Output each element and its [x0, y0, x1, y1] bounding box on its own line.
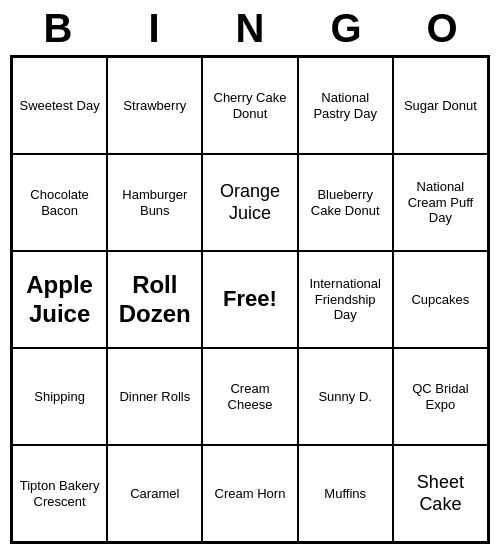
- cell-r3-c0[interactable]: Shipping: [12, 348, 107, 445]
- cell-r2-c3[interactable]: International Friendship Day: [298, 251, 393, 348]
- header-n: N: [206, 6, 294, 51]
- cell-r3-c2[interactable]: Cream Cheese: [202, 348, 297, 445]
- cell-r1-c0[interactable]: Chocolate Bacon: [12, 154, 107, 251]
- cell-r0-c2[interactable]: Cherry Cake Donut: [202, 57, 297, 154]
- bingo-header: B I N G O: [10, 0, 490, 55]
- cell-r2-c4[interactable]: Cupcakes: [393, 251, 488, 348]
- header-g: G: [302, 6, 390, 51]
- cell-r1-c2[interactable]: Orange Juice: [202, 154, 297, 251]
- cell-r0-c0[interactable]: Sweetest Day: [12, 57, 107, 154]
- cell-r1-c3[interactable]: Blueberry Cake Donut: [298, 154, 393, 251]
- cell-r1-c4[interactable]: National Cream Puff Day: [393, 154, 488, 251]
- cell-r2-c0[interactable]: Apple Juice: [12, 251, 107, 348]
- cell-r2-c2[interactable]: Free!: [202, 251, 297, 348]
- header-i: I: [110, 6, 198, 51]
- cell-r0-c3[interactable]: National Pastry Day: [298, 57, 393, 154]
- cell-r3-c1[interactable]: Dinner Rolls: [107, 348, 202, 445]
- cell-r3-c4[interactable]: QC Bridal Expo: [393, 348, 488, 445]
- cell-r0-c4[interactable]: Sugar Donut: [393, 57, 488, 154]
- cell-r0-c1[interactable]: Strawberry: [107, 57, 202, 154]
- cell-r4-c2[interactable]: Cream Horn: [202, 445, 297, 542]
- cell-r3-c3[interactable]: Sunny D.: [298, 348, 393, 445]
- header-o: O: [398, 6, 486, 51]
- cell-r4-c3[interactable]: Muffins: [298, 445, 393, 542]
- header-b: B: [14, 6, 102, 51]
- cell-r4-c1[interactable]: Caramel: [107, 445, 202, 542]
- cell-r2-c1[interactable]: Roll Dozen: [107, 251, 202, 348]
- cell-r4-c0[interactable]: Tipton Bakery Crescent: [12, 445, 107, 542]
- cell-r1-c1[interactable]: Hamburger Buns: [107, 154, 202, 251]
- cell-r4-c4[interactable]: Sheet Cake: [393, 445, 488, 542]
- bingo-grid: Sweetest DayStrawberryCherry Cake DonutN…: [10, 55, 490, 544]
